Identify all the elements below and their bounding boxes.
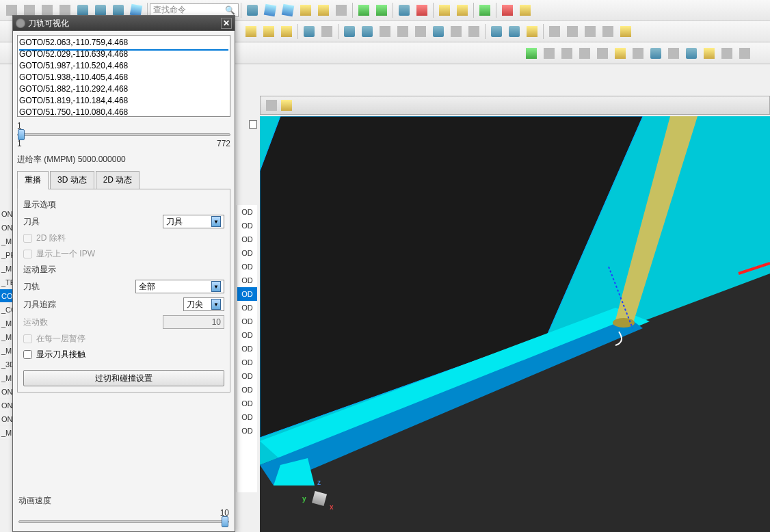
tab-3d-dynamic[interactable]: 3D 动态 (50, 171, 94, 189)
tb-assy-icon[interactable] (396, 2, 412, 18)
tb-seq5-icon[interactable] (412, 23, 429, 40)
toolpath-label: 刀轨 (23, 281, 135, 293)
close-icon[interactable]: ✕ (221, 18, 232, 29)
tb-layer2-icon[interactable] (315, 2, 332, 18)
tb-g2-icon[interactable] (564, 23, 581, 40)
tb-seq3-icon[interactable] (377, 23, 393, 40)
tb-m4-icon[interactable] (576, 45, 593, 62)
viewport-checkbox[interactable] (249, 120, 257, 129)
tb-doc-icon[interactable] (301, 23, 317, 40)
gouge-collision-button[interactable]: 过切和碰撞设置 (23, 370, 224, 386)
dialog-titlebar[interactable]: 刀轨可视化 ✕ (13, 16, 235, 31)
od-item[interactable]: OD (237, 383, 257, 397)
tb-m2-icon[interactable] (541, 45, 557, 62)
slider-thumb[interactable] (18, 129, 25, 140)
tb-m3-icon[interactable] (559, 45, 575, 62)
tb-shade-icon[interactable] (262, 2, 278, 18)
goto-line[interactable]: GOTO/51.938,-110.405,4.468 (19, 72, 228, 83)
slider-min: 1 (17, 139, 22, 148)
tb-m6-icon[interactable] (630, 45, 646, 62)
od-item[interactable]: OD (237, 287, 257, 301)
goto-line[interactable]: GOTO/51.819,-110.184,4.468 (19, 95, 228, 107)
od-item[interactable]: OD (237, 369, 257, 383)
tb-dim-icon[interactable] (517, 2, 533, 18)
tb-sel2-icon[interactable] (506, 23, 522, 40)
tb-curve-icon[interactable] (430, 23, 447, 40)
toolpath-select[interactable]: 全部 ▼ (135, 280, 224, 293)
od-item[interactable]: OD (237, 274, 257, 287)
od-item[interactable]: OD (237, 205, 257, 219)
tb-m11-icon[interactable] (719, 45, 735, 62)
goto-line[interactable]: GOTO/51.987,-110.520,4.468 (19, 60, 228, 72)
frame-slider[interactable] (17, 133, 230, 136)
goto-listbox[interactable]: GOTO/52.063,-110.759,4.468GOTO/52.029,-1… (17, 35, 230, 117)
tb-g1-icon[interactable] (546, 23, 563, 40)
search-placeholder: 查找命令 (153, 4, 186, 16)
tb-m12-icon[interactable] (736, 45, 753, 62)
anim-speed-slider[interactable] (18, 520, 229, 523)
tb-csys-icon[interactable] (414, 2, 430, 18)
motion-display-label: 运动显示 (23, 264, 224, 276)
tb-op1-icon[interactable] (243, 23, 259, 40)
tool-select[interactable]: 刀具 ▼ (163, 215, 224, 228)
tb-g4-icon[interactable] (600, 23, 616, 40)
show-contact-checkbox[interactable] (23, 350, 32, 359)
tb-wcs2-icon[interactable] (373, 2, 390, 18)
show-contact-row[interactable]: 显示刀具接触 (23, 349, 224, 360)
tb-seq4-icon[interactable] (395, 23, 411, 40)
tab-replay[interactable]: 重播 (17, 171, 49, 189)
tb-m7-icon[interactable] (648, 45, 664, 62)
tb-wcs-icon[interactable] (356, 2, 372, 18)
3d-viewport[interactable]: x y z (260, 116, 770, 532)
tb-flag-icon[interactable] (612, 45, 628, 62)
tb-bound-icon[interactable] (448, 23, 464, 40)
tb-m8-icon[interactable] (665, 45, 682, 62)
od-item[interactable]: OD (237, 397, 257, 410)
od-item[interactable]: OD (237, 232, 257, 246)
vp-tab-icon[interactable] (266, 100, 277, 111)
tb-analyze-icon[interactable] (454, 2, 470, 18)
anim-speed-thumb[interactable] (222, 516, 228, 527)
tb-light-icon[interactable] (436, 2, 453, 18)
tb-seq2-icon[interactable] (359, 23, 375, 40)
tb-play-icon[interactable] (477, 2, 493, 18)
tb-seq1-icon[interactable] (341, 23, 358, 40)
od-item[interactable]: OD (237, 356, 257, 369)
search-icon: 🔍 (225, 5, 235, 15)
od-item[interactable]: OD (237, 219, 257, 232)
tb-g3-icon[interactable] (582, 23, 598, 40)
tb-bound2-icon[interactable] (466, 23, 482, 40)
prev-ipw-checkbox (23, 250, 32, 258)
tb-g5-icon[interactable] (618, 23, 634, 40)
tb-sel1-icon[interactable] (488, 23, 505, 40)
vp-tab-icon2[interactable] (281, 100, 292, 111)
tb-m10-icon[interactable] (701, 45, 717, 62)
tb-layer-icon[interactable] (297, 2, 314, 18)
axis-gizmo[interactable]: x y z (300, 479, 341, 520)
od-item[interactable]: OD (237, 410, 257, 424)
tb-fit-icon[interactable] (244, 2, 261, 18)
tb-box-icon[interactable] (280, 2, 296, 18)
tb-m5-icon[interactable] (594, 45, 611, 62)
od-item[interactable]: OD (237, 246, 257, 260)
tb-m9-icon[interactable] (683, 45, 700, 62)
od-item[interactable]: OD (237, 301, 257, 315)
gear-icon[interactable] (16, 18, 25, 28)
od-item[interactable]: OD (237, 424, 257, 438)
tb-wire-icon[interactable] (333, 2, 349, 18)
tb-m1-icon[interactable] (523, 45, 540, 62)
tb-thread-icon[interactable] (499, 2, 516, 18)
tab-2d-dynamic[interactable]: 2D 动态 (96, 171, 140, 189)
goto-line[interactable]: GOTO/51.882,-110.292,4.468 (19, 83, 228, 95)
od-item[interactable]: OD (237, 260, 257, 274)
od-item[interactable]: OD (237, 328, 257, 342)
goto-line[interactable]: GOTO/52.063,-110.759,4.468 (19, 37, 228, 49)
od-item[interactable]: OD (237, 342, 257, 356)
tb-post-icon[interactable] (319, 23, 335, 40)
tb-op2-icon[interactable] (261, 23, 277, 40)
tb-sel3-icon[interactable] (524, 23, 540, 40)
od-item[interactable]: OD (237, 315, 257, 328)
goto-line[interactable]: GOTO/51.750,-110.080,4.468 (19, 107, 228, 117)
tool-trace-select[interactable]: 刀尖 ▼ (183, 297, 224, 311)
tb-op3-icon[interactable] (278, 23, 295, 40)
